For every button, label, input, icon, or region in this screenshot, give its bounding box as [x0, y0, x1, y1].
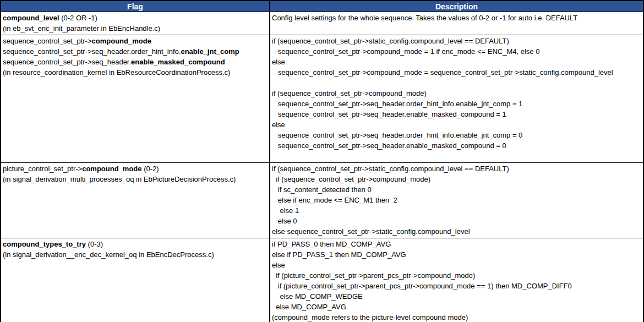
flag-cell: compound_types_to_try (0-3)(in signal_de… — [1, 238, 270, 322]
description-line: if (sequence_control_set_ptr->static_con… — [272, 36, 641, 46]
description-line: else 1 — [272, 205, 641, 216]
description-line: if (sequence_control_set_ptr->static_con… — [272, 163, 641, 174]
description-line: else MD_COMP_WEDGE — [272, 291, 641, 302]
column-header-description: Description — [270, 1, 643, 12]
description-line: if (sequence_control_set_ptr->compound_m… — [272, 174, 641, 184]
description-cell: if (sequence_control_set_ptr->static_con… — [270, 35, 643, 163]
flag-line: sequence_control_set_ptr->seq_header.ena… — [3, 57, 268, 67]
flag-cell: compound_level (0-2 OR -1)(in eb_svt_enc… — [1, 12, 270, 35]
flag-text: (0-3) — [86, 240, 103, 248]
description-line: else if enc_mode <= ENC_M1 then 2 — [272, 195, 641, 205]
table-row: sequence_control_set_ptr->compound_modes… — [1, 35, 643, 163]
flags-table: Flag Description compound_level (0-2 OR … — [0, 0, 644, 322]
description-cell: if (sequence_control_set_ptr->static_con… — [270, 163, 643, 238]
description-line: if (picture_control_set_ptr->parent_pcs_… — [272, 270, 641, 281]
description-line — [272, 151, 641, 161]
description-line: if PD_PASS_0 then MD_COMP_AVG — [272, 239, 641, 249]
description-line: if (sequence_control_set_ptr->compound_m… — [272, 88, 641, 99]
description-cell: Config level settings for the whole sequ… — [270, 12, 643, 35]
column-header-flag: Flag — [1, 1, 270, 12]
description-line: (compound_mode refers to the picture-lev… — [272, 312, 641, 322]
flag-cell: picture_control_set_ptr->compound_mode (… — [1, 163, 270, 238]
flag-name-bold: compound_mode — [82, 165, 141, 173]
flag-name-bold: enable_masked_compound — [131, 58, 225, 66]
description-line: else 0 — [272, 216, 641, 226]
description-line: if (picture_control_set_ptr->parent_pcs_… — [272, 281, 641, 291]
description-line: else if PD_PASS_1 then MD_COMP_AVG — [272, 249, 641, 260]
flag-text: (0-2 OR -1) — [59, 14, 97, 22]
flag-line: compound_types_to_try (0-3) — [3, 239, 268, 249]
flag-name-bold: compound_mode — [92, 37, 151, 45]
flag-line: (in signal_derivation__enc_dec_kernel_oq… — [3, 249, 268, 260]
flag-line: compound_level (0-2 OR -1) — [3, 13, 268, 23]
flag-name-bold: enable_jnt_comp — [181, 47, 239, 56]
flag-line: (in signal_derivation_multi_processes_oq… — [3, 174, 268, 184]
description-line: sequence_control_set_ptr->seq_header.ord… — [272, 99, 641, 109]
flag-text: (in signal_derivation__enc_dec_kernel_oq… — [3, 250, 214, 259]
flag-text: picture_control_set_ptr-> — [3, 165, 82, 173]
description-line: sequence_control_set_ptr->compound_mode … — [272, 67, 641, 78]
description-line: else sequence_control_set_ptr->static_co… — [272, 226, 641, 237]
description-cell: if PD_PASS_0 then MD_COMP_AVGelse if PD_… — [270, 238, 643, 322]
description-line: sequence_control_set_ptr->seq_header.ord… — [272, 130, 641, 140]
table-row: compound_types_to_try (0-3)(in signal_de… — [1, 238, 643, 322]
flag-text: (in resource_coordination_kernel in EbRe… — [3, 68, 230, 77]
flag-line: sequence_control_set_ptr->seq_header.ord… — [3, 46, 268, 57]
flag-text: sequence_control_set_ptr-> — [3, 37, 92, 45]
description-line: else — [272, 119, 641, 130]
description-line: sequence_control_set_ptr->compound_mode … — [272, 46, 641, 57]
header-row: Flag Description — [1, 1, 643, 12]
flag-text: (in eb_svt_enc_init_parameter in EbEncHa… — [3, 24, 160, 32]
description-line: if sc_content_detected then 0 — [272, 184, 641, 195]
table-body: compound_level (0-2 OR -1)(in eb_svt_enc… — [1, 12, 643, 322]
flag-line: (in eb_svt_enc_init_parameter in EbEncHa… — [3, 23, 268, 34]
description-line: else — [272, 57, 641, 67]
description-line: Config level settings for the whole sequ… — [272, 13, 641, 23]
flag-line: (in resource_coordination_kernel in EbRe… — [3, 67, 268, 78]
flag-text: (0-2) — [142, 165, 159, 173]
flag-line: sequence_control_set_ptr->compound_mode — [3, 36, 268, 46]
description-line: sequence_control_set_ptr->seq_header.ena… — [272, 109, 641, 119]
flag-cell: sequence_control_set_ptr->compound_modes… — [1, 35, 270, 163]
table-row: picture_control_set_ptr->compound_mode (… — [1, 163, 643, 238]
description-line: sequence_control_set_ptr->seq_header.ena… — [272, 140, 641, 151]
flag-text: sequence_control_set_ptr->seq_header. — [3, 58, 131, 66]
flag-name-bold: compound_level — [3, 14, 59, 22]
description-line: else — [272, 260, 641, 270]
description-line: else MD_COMP_AVG — [272, 302, 641, 312]
flag-text: (in signal_derivation_multi_processes_oq… — [3, 175, 236, 183]
description-line — [272, 78, 641, 88]
flag-line: picture_control_set_ptr->compound_mode (… — [3, 163, 268, 174]
table-row: compound_level (0-2 OR -1)(in eb_svt_enc… — [1, 12, 643, 35]
flag-name-bold: compound_types_to_try — [3, 240, 86, 248]
flag-text: sequence_control_set_ptr->seq_header.ord… — [3, 47, 181, 56]
